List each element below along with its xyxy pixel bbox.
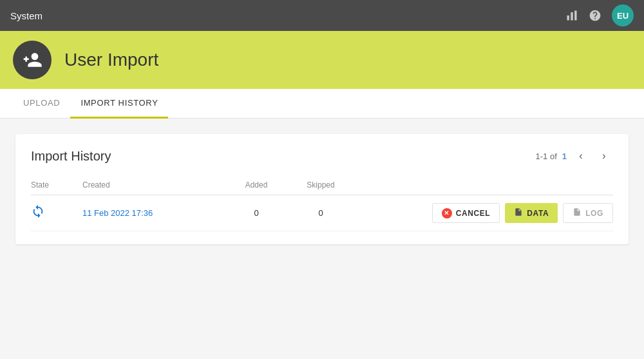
svg-rect-0 — [567, 15, 569, 21]
pagination-info: 1-1 of 1 ‹ › — [536, 147, 613, 165]
col-header-added: Added — [224, 175, 289, 195]
header-band: User Import — [0, 31, 644, 89]
cancel-x-icon: ✕ — [442, 208, 452, 218]
navbar: System EU — [0, 0, 644, 31]
help-icon[interactable] — [589, 9, 601, 22]
col-header-created: Created — [82, 175, 224, 195]
tabs-bar: UPLOAD IMPORT HISTORY — [0, 89, 644, 119]
row-skipped: 0 — [289, 195, 353, 231]
table-header-row: State Created Added Skipped — [31, 175, 613, 195]
card-title: Import History — [31, 149, 111, 164]
data-icon — [514, 208, 523, 218]
row-added: 0 — [224, 195, 289, 231]
col-header-state: State — [31, 175, 82, 195]
navbar-title: System — [10, 10, 43, 21]
tab-upload[interactable]: UPLOAD — [13, 89, 70, 119]
chart-icon[interactable] — [565, 9, 578, 22]
cancel-label: CANCEL — [456, 209, 491, 218]
data-button[interactable]: DATA — [505, 203, 558, 223]
col-header-actions — [353, 175, 613, 195]
row-actions: ✕ CANCEL DATA — [353, 195, 613, 231]
pagination-next-button[interactable]: › — [595, 147, 613, 165]
tab-import-history[interactable]: IMPORT HISTORY — [70, 89, 168, 119]
svg-rect-2 — [574, 11, 576, 21]
main-content: Import History 1-1 of 1 ‹ › State Create… — [0, 119, 644, 260]
add-users-icon — [13, 41, 52, 79]
table-row: 11 Feb 2022 17:36 0 0 ✕ CANCEL — [31, 195, 613, 231]
import-history-card: Import History 1-1 of 1 ‹ › State Create… — [15, 134, 629, 244]
col-header-skipped: Skipped — [289, 175, 353, 195]
cancel-button[interactable]: ✕ CANCEL — [432, 203, 500, 223]
processing-icon — [31, 207, 45, 221]
pagination-total: 1 — [562, 151, 567, 161]
row-state — [31, 195, 82, 231]
log-label: LOG — [585, 209, 603, 218]
page-title: User Import — [64, 50, 158, 70]
row-created: 11 Feb 2022 17:36 — [82, 195, 224, 231]
pagination-prev-button[interactable]: ‹ — [572, 147, 590, 165]
data-label: DATA — [527, 209, 549, 218]
svg-rect-1 — [571, 12, 573, 21]
user-avatar[interactable]: EU — [612, 5, 634, 26]
import-history-table: State Created Added Skipped — [31, 175, 613, 231]
log-icon — [573, 208, 582, 218]
action-buttons: ✕ CANCEL DATA — [353, 203, 613, 223]
card-header: Import History 1-1 of 1 ‹ › — [31, 147, 613, 165]
navbar-right: EU — [565, 5, 634, 26]
log-button[interactable]: LOG — [563, 203, 613, 223]
pagination-range: 1-1 of — [536, 151, 557, 161]
